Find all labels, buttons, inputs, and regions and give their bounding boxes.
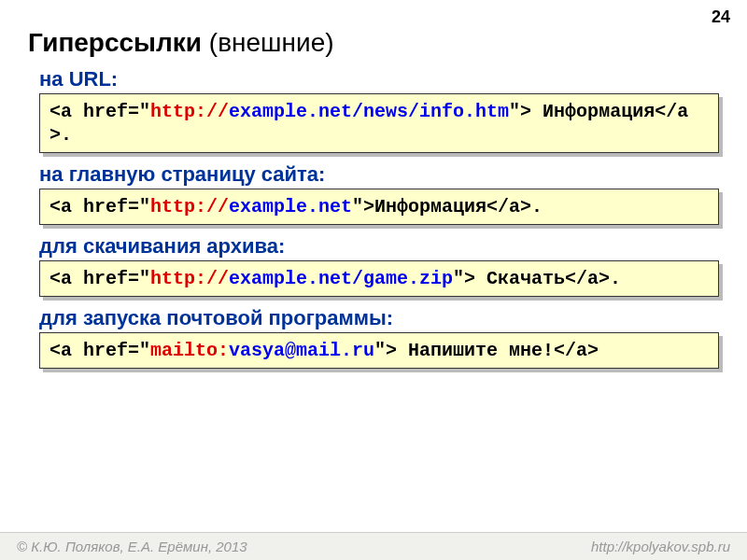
section-label-2: для скачивания архива: [39, 234, 719, 259]
section-label-1: на главную страницу сайта: [39, 162, 719, 187]
title-bold: Гиперссылки [28, 28, 202, 57]
code-box: <a href="http://example.net/news/info.ht… [39, 93, 719, 153]
code-example-1: <a href="http://example.net">Информация<… [39, 189, 719, 225]
page-number: 24 [712, 7, 730, 27]
code-box: <a href="http://example.net">Информация<… [39, 189, 719, 225]
footer-copyright: © К.Ю. Поляков, Е.А. Ерёмин, 2013 [17, 539, 247, 554]
code-example-3: <a href="mailto:vasya@mail.ru"> Напишите… [39, 332, 719, 369]
title-rest: (внешние) [202, 28, 333, 57]
footer-url: http://kpolyakov.spb.ru [591, 539, 730, 554]
section-label-0: на URL: [39, 67, 719, 91]
code-example-0: <a href="http://example.net/news/info.ht… [39, 93, 719, 153]
footer: © К.Ю. Поляков, Е.А. Ерёмин, 2013 http:/… [0, 532, 747, 560]
code-example-2: <a href="http://example.net/game.zip"> С… [39, 260, 719, 297]
code-box: <a href="mailto:vasya@mail.ru"> Напишите… [39, 332, 719, 369]
slide-title: Гиперссылки (внешние) [28, 28, 719, 58]
slide-content: Гиперссылки (внешние) на URL: <a href="h… [0, 0, 747, 369]
code-box: <a href="http://example.net/game.zip"> С… [39, 260, 719, 297]
section-label-3: для запуска почтовой программы: [39, 306, 719, 330]
